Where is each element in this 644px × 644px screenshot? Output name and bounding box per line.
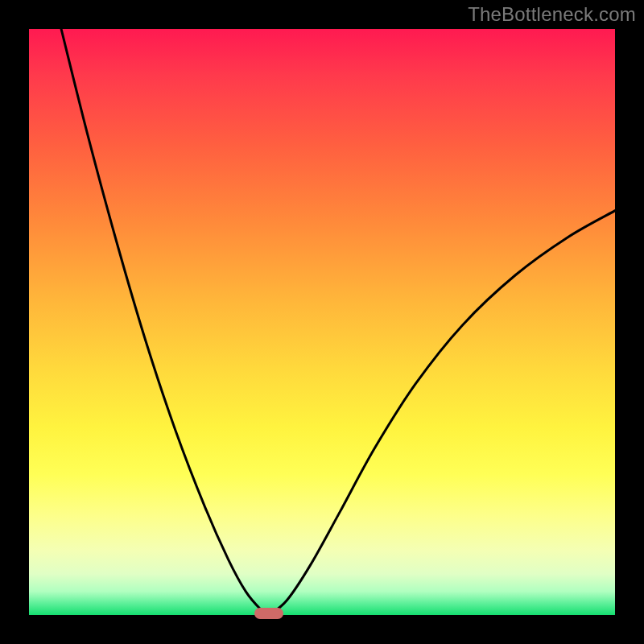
curve-svg	[29, 29, 615, 615]
curve-left-branch	[61, 29, 269, 615]
minimum-marker	[254, 608, 283, 619]
plot-area	[29, 29, 615, 615]
watermark-text: TheBottleneck.com	[468, 3, 636, 26]
chart-frame: TheBottleneck.com	[0, 0, 644, 644]
curve-right-branch	[269, 211, 615, 615]
